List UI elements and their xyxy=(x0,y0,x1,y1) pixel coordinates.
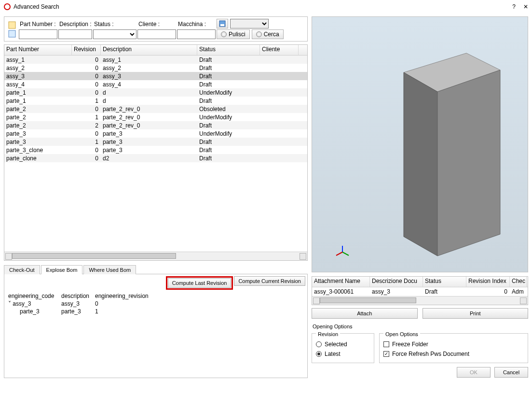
grid-hscroll[interactable] xyxy=(4,252,307,260)
lbl-macchina: Macchina : xyxy=(177,21,216,28)
svg-rect-0 xyxy=(9,22,15,28)
radio-latest[interactable]: Latest xyxy=(316,349,370,359)
table-row[interactable]: parte_21parte_2_rev_0UnderModify xyxy=(4,113,307,121)
attachment-table: Attachment NameDescrizione DocuStatusRev… xyxy=(312,276,528,305)
grid-header[interactable]: Revision xyxy=(72,45,101,55)
table-row[interactable]: assy_20assy_2Draft xyxy=(4,64,307,72)
lbl-status: Status : xyxy=(93,21,136,28)
save-icon-button[interactable] xyxy=(217,19,228,28)
svg-marker-6 xyxy=(437,70,500,256)
table-row[interactable]: parte_11dDraft xyxy=(4,97,307,105)
input-description[interactable] xyxy=(58,29,92,39)
app-icon xyxy=(4,3,11,10)
compute-current-revision-button[interactable]: Compute Current Revision xyxy=(234,276,305,286)
table-row[interactable]: assy_30assy_3Draft xyxy=(4,72,307,80)
table-row[interactable]: parte_20parte_2_rev_0Obsoleted xyxy=(4,105,307,113)
opening-options-label: Opening Options xyxy=(313,324,528,329)
pulisci-button[interactable]: Pulisci xyxy=(217,29,250,39)
input-part-number[interactable] xyxy=(19,29,57,39)
svg-marker-5 xyxy=(404,72,437,256)
svg-rect-1 xyxy=(9,30,15,37)
tab-where-used-bom[interactable]: Where Used Bom xyxy=(83,265,136,274)
input-cliente[interactable] xyxy=(137,29,176,39)
filter-icon-1[interactable] xyxy=(6,20,18,39)
search-icon xyxy=(256,31,262,37)
results-grid: Part NumberRevisionDescriptionStatusClie… xyxy=(4,44,308,261)
check-force[interactable]: ✓Force Refresh Pws Document xyxy=(383,349,524,359)
input-macchina[interactable] xyxy=(177,29,216,39)
help-button[interactable]: ? xyxy=(512,3,516,10)
filter-bar: Part Number : Description : Status : Cli… xyxy=(4,16,308,42)
tab-explose-bom[interactable]: Explose Bom xyxy=(41,265,83,274)
openopt-legend: Open Options xyxy=(383,331,420,337)
attach-header[interactable]: Revision Index xyxy=(466,277,510,287)
svg-rect-3 xyxy=(220,24,224,26)
table-row[interactable]: parte_22parte_2_rev_0Draft xyxy=(4,121,307,129)
bom-pane: Compute Last Revision Compute Current Re… xyxy=(4,274,308,378)
cancel-button[interactable]: Cancel xyxy=(494,367,528,378)
svg-line-8 xyxy=(342,252,349,255)
table-row[interactable]: assy_40assy_4Draft xyxy=(4,80,307,88)
attach-button[interactable]: Attach xyxy=(312,308,418,319)
bom-header: engineering_code xyxy=(6,293,59,300)
attach-header[interactable]: Chec xyxy=(510,277,527,287)
radio-selected[interactable]: Selected xyxy=(316,339,370,349)
select-status[interactable] xyxy=(93,29,136,39)
grid-header[interactable]: Description xyxy=(101,45,197,55)
close-button[interactable]: ✕ xyxy=(523,3,528,10)
attach-header[interactable]: Attachment Name xyxy=(312,277,370,287)
table-row[interactable]: parte_30parte_3UnderModify xyxy=(4,129,307,138)
table-row[interactable]: parte_31parte_3Draft xyxy=(4,138,307,146)
attach-header[interactable]: Descrizione Docu xyxy=(370,277,423,287)
bom-header: engineering_revision xyxy=(93,293,151,300)
lbl-description: Description : xyxy=(58,21,92,28)
lbl-part-number: Part Number : xyxy=(19,21,57,28)
window-title: Advanced Search xyxy=(14,3,59,10)
compute-last-revision-button[interactable]: Compute Last Revision xyxy=(168,278,232,288)
saved-search-select[interactable] xyxy=(230,19,269,28)
table-row[interactable]: parte_10dUnderModify xyxy=(4,88,307,97)
table-row[interactable]: assy_10assy_1Draft xyxy=(4,56,307,64)
revision-legend: Revision xyxy=(316,331,340,337)
check-freeze[interactable]: Freeze Folder xyxy=(383,339,524,349)
cerca-button[interactable]: Cerca xyxy=(252,29,284,39)
svg-line-9 xyxy=(336,252,342,255)
grid-header[interactable]: Cliente xyxy=(260,45,299,55)
table-row[interactable]: parte_3_clone0parte_3Draft xyxy=(4,146,307,154)
print-button[interactable]: Print xyxy=(423,308,529,319)
bom-row[interactable]: parte_3parte_31 xyxy=(6,308,305,316)
axis-gizmo xyxy=(335,245,350,260)
table-row[interactable]: parte_clone0d2Draft xyxy=(4,154,307,162)
grid-header[interactable]: Part Number xyxy=(4,45,72,55)
ok-button[interactable]: OK xyxy=(457,367,491,378)
bom-row[interactable]: ˅ assy_3assy_30 xyxy=(6,300,305,308)
attach-hscroll[interactable] xyxy=(312,296,528,305)
preview-3d[interactable] xyxy=(312,16,528,272)
attach-header[interactable]: Status xyxy=(423,277,466,287)
tab-check-out[interactable]: Check-Out xyxy=(4,265,40,274)
attach-row[interactable]: assy_3-000061assy_3Draft0Adm xyxy=(312,287,528,296)
grid-header[interactable]: Status xyxy=(197,45,260,55)
lbl-cliente: Cliente : xyxy=(137,21,176,28)
clear-icon xyxy=(221,31,227,37)
cube-model xyxy=(389,43,515,266)
bom-header: description xyxy=(59,293,93,300)
